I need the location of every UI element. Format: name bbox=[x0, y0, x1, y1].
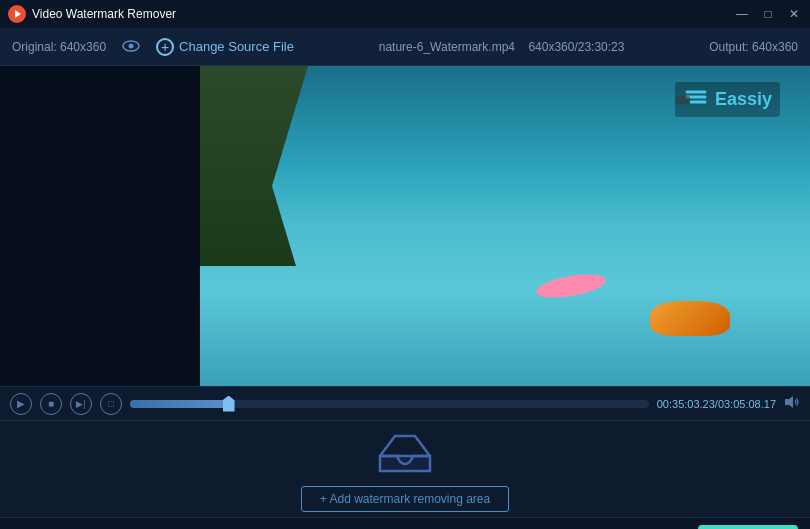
change-source-label: Change Source File bbox=[179, 39, 294, 54]
add-watermark-area-button[interactable]: + Add watermark removing area bbox=[301, 486, 509, 512]
playback-bar: ▶ ■ ▶| □ 00:35:03.23/03:05:08.17 bbox=[0, 386, 810, 420]
left-panel bbox=[0, 66, 200, 386]
crop-button[interactable]: □ bbox=[100, 393, 122, 415]
file-resolution: 640x360/23:30:23 bbox=[528, 40, 624, 54]
main-content: Eassiy bbox=[0, 66, 810, 386]
top-bar: Original: 640x360 + Change Source File n… bbox=[0, 28, 810, 66]
time-display: 00:35:03.23/03:05:08.17 bbox=[657, 398, 776, 410]
file-name: nature-6_Watermark.mp4 bbox=[379, 40, 515, 54]
restore-button[interactable]: □ bbox=[760, 7, 776, 21]
add-source-icon: + bbox=[156, 38, 174, 56]
output-bar: Output: nature-6_Wate...Watermark.mp4 ✎ … bbox=[0, 517, 810, 529]
close-button[interactable]: ✕ bbox=[786, 7, 802, 21]
original-resolution-label: Original: 640x360 bbox=[12, 40, 106, 54]
output-resolution-label: Output: 640x360 bbox=[709, 40, 798, 54]
boat-decoration bbox=[675, 96, 690, 104]
watermark-area: + Add watermark removing area bbox=[0, 420, 810, 517]
video-preview: Eassiy bbox=[200, 66, 810, 386]
timeline-fill bbox=[130, 400, 229, 408]
svg-marker-7 bbox=[785, 396, 793, 408]
file-info: nature-6_Watermark.mp4 640x360/23:30:23 bbox=[310, 40, 693, 54]
floatie-pink bbox=[534, 270, 606, 302]
app-logo-icon bbox=[8, 5, 26, 23]
video-frame: Eassiy bbox=[200, 66, 810, 386]
eye-icon[interactable] bbox=[122, 39, 140, 55]
volume-icon[interactable] bbox=[784, 395, 800, 412]
minimize-button[interactable]: — bbox=[734, 7, 750, 21]
play-button[interactable]: ▶ bbox=[10, 393, 32, 415]
add-area-label: + Add watermark removing area bbox=[320, 492, 490, 506]
video-background: Eassiy bbox=[200, 66, 810, 386]
cliff-decoration bbox=[200, 66, 320, 266]
timeline-thumb[interactable] bbox=[223, 396, 235, 412]
floatie-orange bbox=[650, 301, 730, 336]
watermark-text: Eassiy bbox=[715, 89, 772, 110]
export-button[interactable]: Export bbox=[698, 525, 798, 530]
next-frame-button[interactable]: ▶| bbox=[70, 393, 92, 415]
change-source-button[interactable]: + Change Source File bbox=[156, 38, 294, 56]
title-bar: Video Watermark Remover — □ ✕ bbox=[0, 0, 810, 28]
timeline[interactable] bbox=[130, 400, 649, 408]
svg-point-3 bbox=[129, 43, 134, 48]
watermark-overlay: Eassiy bbox=[675, 82, 780, 117]
app-title: Video Watermark Remover bbox=[32, 7, 176, 21]
inbox-icon bbox=[375, 426, 435, 476]
stop-button[interactable]: ■ bbox=[40, 393, 62, 415]
